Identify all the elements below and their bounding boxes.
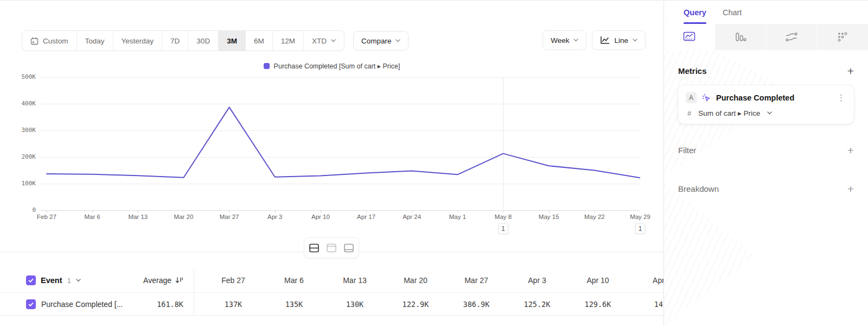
x-axis-tick-label: May 8 bbox=[495, 214, 512, 220]
table-column-header[interactable]: Feb 27 bbox=[203, 268, 264, 292]
compare-label: Compare bbox=[361, 37, 392, 45]
chevron-down-icon bbox=[767, 111, 772, 115]
line-chart-svg bbox=[41, 77, 640, 214]
range-7d[interactable]: 7D bbox=[162, 31, 188, 51]
x-axis-tick-label: Mar 20 bbox=[174, 214, 194, 220]
row-series-name[interactable]: Purchase Completed [... bbox=[41, 300, 123, 309]
x-axis-labels: Feb 27Mar 6Mar 13Mar 20Mar 27Apr 3Apr 10… bbox=[41, 214, 640, 222]
metric-card-main-row: A Purchase Completed ⋮ bbox=[686, 92, 846, 103]
table-cell-value: 129.6K bbox=[567, 293, 628, 315]
chevron-down-icon[interactable] bbox=[76, 279, 81, 282]
range-label: Yesterday bbox=[122, 37, 154, 45]
event-count: 1 bbox=[67, 277, 72, 285]
legend-label: Purchase Completed [Sum of cart ▸ Price] bbox=[274, 62, 400, 70]
kebab-menu-icon[interactable]: ⋮ bbox=[836, 93, 846, 103]
row-checkbox[interactable] bbox=[26, 299, 36, 309]
x-axis-tick-label: Apr 3 bbox=[267, 214, 283, 220]
sidebar-tabs: Query Chart bbox=[664, 1, 868, 24]
y-axis-tick-label: 400K bbox=[0, 100, 36, 107]
chevron-down-icon bbox=[395, 39, 400, 42]
table-column-header[interactable]: Mar 6 bbox=[264, 268, 324, 292]
table-cell-value: 122.9K bbox=[385, 293, 446, 315]
flows-icon[interactable] bbox=[767, 24, 817, 50]
tab-chart[interactable]: Chart bbox=[723, 1, 742, 24]
average-column-header[interactable]: Average bbox=[114, 268, 183, 292]
range-label: 6M bbox=[254, 37, 264, 45]
row-average-value: 161.8K bbox=[114, 293, 183, 315]
table-column-header[interactable]: Apr 10 bbox=[567, 268, 628, 292]
bar-chart-icon[interactable] bbox=[715, 24, 765, 50]
y-axis-tick-label: 300K bbox=[0, 127, 36, 134]
metric-event-name: Purchase Completed bbox=[716, 93, 831, 102]
chart-type-select[interactable]: Line bbox=[592, 30, 646, 50]
table-column-header[interactable]: Mar 13 bbox=[324, 268, 385, 292]
x-axis-tick-label: Mar 27 bbox=[220, 214, 239, 220]
y-axis-tick-label: 500K bbox=[0, 73, 36, 80]
range-label: 7D bbox=[170, 37, 180, 45]
table-row: Purchase Completed [... bbox=[26, 293, 123, 315]
range-6m[interactable]: 6M bbox=[246, 31, 273, 51]
numeric-type-symbol: # bbox=[687, 109, 691, 117]
filter-section-header: Filter + bbox=[678, 145, 854, 156]
cursor-click-icon bbox=[701, 93, 711, 103]
report-main-panel: CustomTodayYesterday7D30D3M6M12MXTD Comp… bbox=[0, 1, 663, 326]
x-axis-tick-label: Mar 13 bbox=[128, 214, 148, 220]
insights-line-chart-icon[interactable] bbox=[664, 24, 714, 50]
range-yesterday[interactable]: Yesterday bbox=[113, 31, 163, 51]
table-cell-value: 386.9K bbox=[446, 293, 507, 315]
chart-only-view-button[interactable] bbox=[323, 240, 340, 256]
chart-controls: Week Line bbox=[542, 30, 646, 50]
range-label: Today bbox=[85, 37, 105, 45]
interval-select[interactable]: Week bbox=[542, 30, 586, 50]
table-column-header[interactable]: Mar 20 bbox=[385, 268, 446, 292]
interval-label: Week bbox=[551, 36, 569, 45]
x-axis-tick-label: Apr 10 bbox=[311, 214, 330, 220]
range-label: Custom bbox=[43, 37, 68, 45]
range-xtd[interactable]: XTD bbox=[304, 31, 344, 51]
table-cell-value: 130K bbox=[324, 293, 385, 315]
range-today[interactable]: Today bbox=[77, 31, 113, 51]
retention-dots-icon[interactable] bbox=[818, 24, 868, 50]
event-checkbox[interactable] bbox=[26, 275, 36, 285]
table-date-headers: Feb 27Mar 6Mar 13Mar 20Mar 27Apr 3Apr 10… bbox=[203, 268, 663, 292]
breakdown-section-header: Breakdown + bbox=[678, 183, 854, 195]
range-3m[interactable]: 3M bbox=[219, 31, 246, 51]
chevron-down-icon bbox=[573, 39, 578, 42]
table-column-header[interactable]: Apr bbox=[628, 268, 663, 292]
annotation-badge[interactable]: 1 bbox=[635, 223, 646, 234]
layout-toggle bbox=[304, 237, 359, 258]
metrics-title: Metrics bbox=[678, 66, 707, 76]
range-30d[interactable]: 30D bbox=[188, 31, 219, 51]
add-metric-button[interactable]: + bbox=[847, 65, 854, 77]
split-view-button[interactable] bbox=[306, 240, 322, 256]
tab-chart-label: Chart bbox=[723, 8, 742, 17]
range-label: 30D bbox=[196, 37, 210, 45]
table-only-view-button[interactable] bbox=[341, 240, 357, 256]
aggregation-label: Sum of cart ▸ Price bbox=[698, 109, 760, 117]
tab-query[interactable]: Query bbox=[684, 1, 706, 24]
annotation-badge[interactable]: 1 bbox=[498, 223, 508, 234]
x-axis-tick-label: May 1 bbox=[449, 214, 466, 220]
table-cell-value: 14 bbox=[628, 293, 663, 315]
range-custom[interactable]: Custom bbox=[22, 31, 77, 51]
range-label: 3M bbox=[227, 37, 237, 45]
app-frame: CustomTodayYesterday7D30D3M6M12MXTD Comp… bbox=[0, 0, 868, 326]
table-column-header[interactable]: Apr 3 bbox=[507, 268, 567, 292]
series-line bbox=[47, 107, 640, 178]
table-column-header[interactable]: Mar 27 bbox=[446, 268, 507, 292]
table-bottom-border bbox=[0, 315, 663, 316]
event-column-header: Event 1 bbox=[26, 268, 81, 292]
metric-card[interactable]: A Purchase Completed ⋮ # Sum of cart ▸ P… bbox=[678, 85, 854, 124]
range-12m[interactable]: 12M bbox=[273, 31, 304, 51]
average-label: Average bbox=[143, 276, 171, 285]
range-label: 12M bbox=[281, 37, 295, 45]
x-axis-tick-label: Mar 6 bbox=[84, 214, 100, 220]
range-label: XTD bbox=[312, 37, 327, 45]
compare-button[interactable]: Compare bbox=[353, 31, 409, 51]
add-filter-button[interactable]: + bbox=[847, 145, 854, 156]
y-axis-tick-label: 0 bbox=[0, 206, 36, 214]
chart-type-label: Line bbox=[614, 36, 628, 45]
add-breakdown-button[interactable]: + bbox=[847, 183, 854, 195]
x-axis-tick-label: Apr 24 bbox=[403, 214, 421, 220]
metric-aggregation-selector[interactable]: # Sum of cart ▸ Price bbox=[687, 109, 846, 117]
